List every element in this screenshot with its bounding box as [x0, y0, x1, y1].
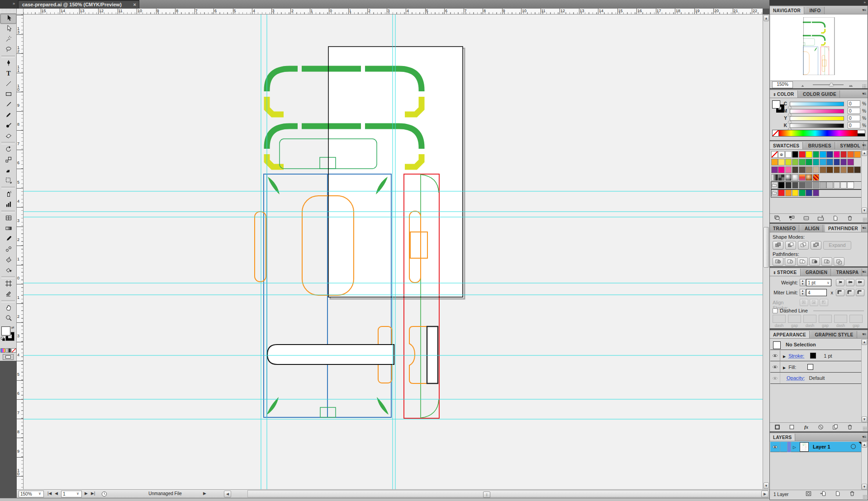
free-transform-tool[interactable] [0, 176, 17, 186]
new-color-group-button[interactable] [816, 215, 825, 222]
scroll-up-icon[interactable]: ▲ [862, 442, 867, 448]
panel-resize-grip[interactable] [863, 495, 867, 499]
eye-icon[interactable] [770, 373, 780, 383]
screen-mode-button[interactable] [3, 354, 14, 360]
color-swatch[interactable] [813, 189, 820, 196]
panel-menu-icon[interactable]: ▾≡ [862, 332, 866, 336]
panel-dock-collapse-header[interactable]: » [769, 0, 868, 5]
swatch-libraries-button[interactable] [772, 215, 782, 222]
gradient-swatch-grad-soft[interactable] [792, 174, 799, 181]
clipping-mask-button[interactable] [803, 490, 813, 497]
document-tab[interactable]: case-prepared.ai @ 150% (CMYK/Preview) × [18, 0, 139, 9]
align-outside-button[interactable] [820, 299, 828, 306]
miter-limit-field[interactable]: 4 [806, 289, 827, 296]
channel-slider[interactable] [790, 102, 844, 106]
duplicate-button[interactable] [830, 424, 840, 431]
zoom-dropdown-icon[interactable]: ∨ [38, 492, 41, 496]
gradient-swatch-grad-sphere[interactable] [785, 174, 792, 181]
color-swatch[interactable] [840, 182, 847, 189]
panel-menu-icon[interactable]: ▾≡ [862, 8, 866, 12]
none-swatch[interactable] [773, 130, 779, 136]
expand-button[interactable]: Expand [823, 241, 851, 250]
ruler-corner[interactable] [17, 9, 24, 14]
paintbrush-tool[interactable] [0, 100, 17, 110]
default-fill-stroke-icon[interactable] [1, 337, 5, 341]
live-paint-bucket-tool[interactable] [0, 255, 17, 265]
panel-menu-icon[interactable]: ▾≡ [862, 435, 866, 439]
navigator-preview[interactable] [770, 14, 867, 81]
appearance-scrollbar[interactable]: ▲ ▼ [861, 339, 867, 422]
horizontal-scrollbar-thumb[interactable]: || [483, 492, 490, 498]
selection-tool[interactable] [0, 14, 17, 24]
layer-expand-icon[interactable]: ▷ [793, 445, 796, 449]
tab-gradient[interactable]: GRADIEN [802, 269, 831, 276]
color-swatch[interactable] [834, 151, 840, 158]
color-swatch[interactable] [799, 189, 806, 196]
color-swatch[interactable] [820, 166, 826, 173]
color-spectrum-bar[interactable] [772, 130, 865, 137]
hand-tool[interactable] [0, 303, 17, 313]
color-swatch[interactable] [806, 182, 812, 189]
color-swatch[interactable] [820, 159, 826, 165]
dash-gap-field[interactable] [803, 315, 816, 323]
lasso-tool[interactable] [0, 45, 17, 55]
fill-swatch[interactable] [1, 326, 10, 336]
swap-fill-stroke-icon[interactable]: ⇄ [11, 326, 14, 330]
artboard-tool[interactable] [0, 279, 17, 289]
color-swatch[interactable] [813, 182, 820, 189]
color-swatch[interactable] [792, 159, 799, 165]
prev-page-button[interactable]: ◀ [55, 491, 58, 496]
warp-tool[interactable] [0, 165, 17, 176]
trash-button[interactable] [844, 215, 854, 222]
fill-swatch[interactable] [772, 100, 780, 109]
color-swatch[interactable] [854, 166, 861, 173]
color-swatch[interactable] [778, 159, 785, 165]
last-page-button[interactable]: ▶| [91, 491, 95, 496]
color-swatch[interactable] [785, 182, 792, 189]
close-tab-icon[interactable]: × [133, 2, 136, 7]
vertical-scrollbar-thumb[interactable] [764, 227, 769, 268]
eye-icon[interactable] [770, 350, 780, 361]
color-swatch[interactable] [840, 151, 847, 158]
color-swatch[interactable] [847, 166, 854, 173]
color-swatch[interactable] [834, 159, 840, 165]
spectrum-ramp[interactable] [779, 130, 858, 136]
cap-projecting-button[interactable] [856, 279, 864, 286]
new-fill-button[interactable] [787, 424, 797, 431]
color-swatch[interactable] [854, 151, 861, 158]
line-segment-tool[interactable] [0, 79, 17, 90]
minus-front-button[interactable] [785, 241, 796, 250]
color-swatch[interactable] [813, 166, 820, 173]
opacity-link[interactable]: Opacity: [787, 375, 805, 381]
join-miter-button[interactable] [836, 289, 844, 296]
vertical-scrollbar[interactable]: ▲ ▼ [763, 14, 769, 489]
color-swatch[interactable] [826, 159, 833, 165]
horizontal-scrollbar[interactable]: || [247, 490, 769, 497]
color-swatch[interactable] [834, 166, 840, 173]
tab-symbols[interactable]: SYMBOL [837, 142, 864, 150]
panel-menu-icon[interactable]: ▾≡ [862, 226, 866, 230]
swatch-kinds-button[interactable] [787, 215, 797, 222]
color-swatch[interactable] [799, 159, 806, 165]
color-swatch[interactable] [778, 182, 785, 189]
dash-gap-field[interactable] [788, 315, 801, 323]
cap-round-button[interactable] [846, 279, 854, 286]
registration-swatch[interactable]: ⊕ [778, 151, 785, 158]
panel-menu-icon[interactable]: ▾≡ [862, 143, 866, 147]
trim-button[interactable] [785, 257, 796, 266]
scroll-up-icon[interactable]: ▲ [862, 150, 867, 156]
color-swatch[interactable] [792, 151, 799, 158]
gradient-swatch-pat-dark[interactable] [778, 174, 785, 181]
channel-slider[interactable] [790, 123, 844, 128]
navigator-zoom-slider[interactable] [813, 85, 844, 85]
pencil-tool[interactable] [0, 110, 17, 121]
dash-gap-field[interactable] [819, 315, 832, 323]
dash-gap-field[interactable] [834, 315, 847, 323]
channel-slider[interactable] [790, 116, 844, 121]
color-mode-button[interactable] [0, 348, 5, 353]
scroll-up-icon[interactable]: ▲ [862, 339, 867, 345]
rectangle-tool[interactable] [0, 90, 17, 100]
color-swatch[interactable] [820, 182, 826, 189]
color-swatch[interactable] [799, 151, 806, 158]
hscroll-left-icon[interactable]: ◀ [224, 491, 231, 497]
